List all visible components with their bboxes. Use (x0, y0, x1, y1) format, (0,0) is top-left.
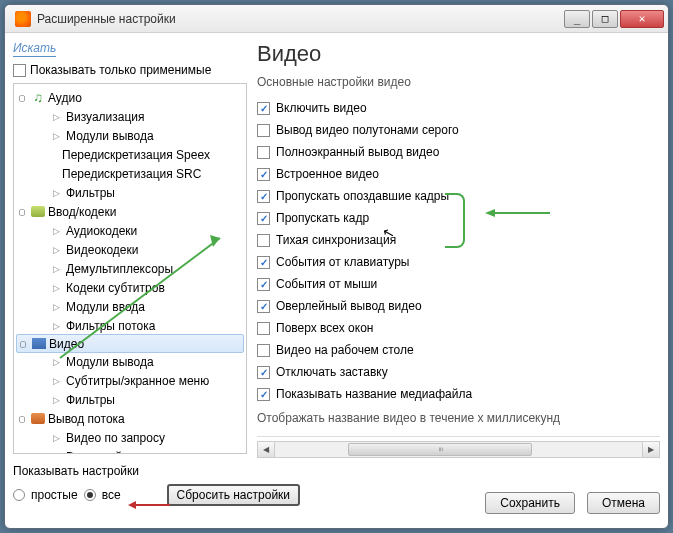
video-icon (31, 336, 47, 352)
skip-frames-checkbox[interactable] (257, 212, 270, 225)
chevron-right-icon: ▷ (48, 109, 64, 125)
applicable-checkbox[interactable] (13, 64, 26, 77)
tree-node[interactable]: ▷Модули вывода (16, 352, 244, 371)
tree-node[interactable]: ▷Демультиплексоры (16, 259, 244, 278)
option-label: События от мыши (276, 277, 377, 291)
chevron-right-icon: ▷ (48, 242, 64, 258)
scroll-right-icon[interactable]: ▶ (642, 442, 659, 457)
tree-node[interactable]: ▷Аудиокодеки (16, 221, 244, 240)
option-label: Оверлейный вывод видео (276, 299, 422, 313)
show-settings-label: Показывать настройки (13, 464, 660, 478)
mouse-events-checkbox[interactable] (257, 278, 270, 291)
horizontal-scrollbar[interactable]: ◀ ▶ (257, 441, 660, 458)
tree-node[interactable]: ▷Модули ввода (16, 297, 244, 316)
option-label: Вывод видео полутонами серого (276, 123, 459, 137)
overlay-checkbox[interactable] (257, 300, 270, 313)
option-label: Поверх всех окон (276, 321, 373, 335)
window-title: Расширенные настройки (37, 12, 564, 26)
option-label: Встроенное видео (276, 167, 379, 181)
page-title: Видео (257, 41, 660, 67)
option-label: Тихая синхронизация (276, 233, 396, 247)
option-label: Видео на рабочем столе (276, 343, 414, 357)
tree-node[interactable]: ▷Видеокодеки (16, 240, 244, 259)
grayscale-checkbox[interactable] (257, 124, 270, 137)
embedded-checkbox[interactable] (257, 168, 270, 181)
save-button[interactable]: Сохранить (485, 492, 575, 514)
radio-all[interactable] (84, 489, 96, 501)
chevron-right-icon: ▷ (48, 299, 64, 315)
reset-button[interactable]: Сбросить настройки (167, 484, 300, 506)
tree-node[interactable]: ▷Субтитры/экранное меню (16, 371, 244, 390)
tree-node[interactable]: Передискретизация Speex (16, 145, 244, 164)
title-duration-label: Отображать название видео в течение x ми… (257, 411, 660, 425)
quiet-sync-checkbox[interactable] (257, 234, 270, 247)
tree-node[interactable]: ▷Выходной поток (16, 447, 244, 454)
tree-node-input[interactable]: ▢Ввод/кодеки (16, 202, 244, 221)
tree-node[interactable]: ▷Фильтры потока (16, 316, 244, 335)
tree-node[interactable]: ▷Видео по запросу (16, 428, 244, 447)
tree-node[interactable]: ▷Модули вывода (16, 126, 244, 145)
chevron-right-icon: ▷ (48, 449, 64, 455)
applicable-label: Показывать только применимые (30, 63, 211, 77)
radio-all-label: все (102, 488, 121, 502)
tree-node-video[interactable]: ▢Видео (16, 334, 244, 353)
option-label: События от клавиатуры (276, 255, 409, 269)
maximize-button[interactable]: □ (592, 10, 618, 28)
radio-simple-label: простые (31, 488, 78, 502)
search-input[interactable]: Искать (13, 41, 56, 57)
section-label: Основные настройки видео (257, 75, 660, 89)
chevron-right-icon: ▷ (48, 318, 64, 334)
radio-simple[interactable] (13, 489, 25, 501)
cancel-button[interactable]: Отмена (587, 492, 660, 514)
dialog-window: Расширенные настройки _ □ ✕ Искать Показ… (4, 4, 669, 529)
chevron-right-icon: ▷ (48, 373, 64, 389)
tree-node-stream-out[interactable]: ▢Вывод потока (16, 409, 244, 428)
kb-events-checkbox[interactable] (257, 256, 270, 269)
option-label: Пропускать кадр (276, 211, 369, 225)
option-label: Включить видео (276, 101, 367, 115)
on-top-checkbox[interactable] (257, 322, 270, 335)
option-label: Полноэкранный вывод видео (276, 145, 439, 159)
wallpaper-checkbox[interactable] (257, 344, 270, 357)
options-panel: Включить видео Вывод видео полутонами се… (257, 97, 660, 437)
tree-node-audio[interactable]: ▢♫Аудио (16, 88, 244, 107)
chevron-right-icon: ▷ (48, 280, 64, 296)
chevron-right-icon: ▷ (48, 223, 64, 239)
tree-node[interactable]: ▷Фильтры (16, 390, 244, 409)
titlebar[interactable]: Расширенные настройки _ □ ✕ (5, 5, 668, 33)
chevron-right-icon: ▷ (48, 392, 64, 408)
enable-video-checkbox[interactable] (257, 102, 270, 115)
minimize-button[interactable]: _ (564, 10, 590, 28)
app-icon (15, 11, 31, 27)
skip-late-checkbox[interactable] (257, 190, 270, 203)
chevron-right-icon: ▷ (48, 430, 64, 446)
chevron-right-icon: ▷ (48, 128, 64, 144)
tree-node[interactable]: ▷Кодеки субтитров (16, 278, 244, 297)
codec-icon (30, 204, 46, 220)
stream-icon (30, 411, 46, 427)
close-button[interactable]: ✕ (620, 10, 664, 28)
show-title-checkbox[interactable] (257, 388, 270, 401)
tree-node[interactable]: ▷Визуализация (16, 107, 244, 126)
tree-node[interactable]: Передискретизация SRC (16, 164, 244, 183)
disable-ss-checkbox[interactable] (257, 366, 270, 379)
scroll-left-icon[interactable]: ◀ (258, 442, 275, 457)
tree-node[interactable]: ▷Фильтры (16, 183, 244, 202)
option-label: Показывать название медиафайла (276, 387, 472, 401)
option-label: Отключать заставку (276, 365, 388, 379)
settings-tree[interactable]: ▢♫Аудио ▷Визуализация ▷Модули вывода Пер… (13, 83, 247, 454)
chevron-right-icon: ▷ (48, 261, 64, 277)
fullscreen-checkbox[interactable] (257, 146, 270, 159)
music-icon: ♫ (30, 90, 46, 106)
scroll-thumb[interactable] (348, 443, 532, 456)
chevron-right-icon: ▷ (48, 185, 64, 201)
chevron-right-icon: ▷ (48, 354, 64, 370)
option-label: Пропускать опоздавшие кадры (276, 189, 449, 203)
